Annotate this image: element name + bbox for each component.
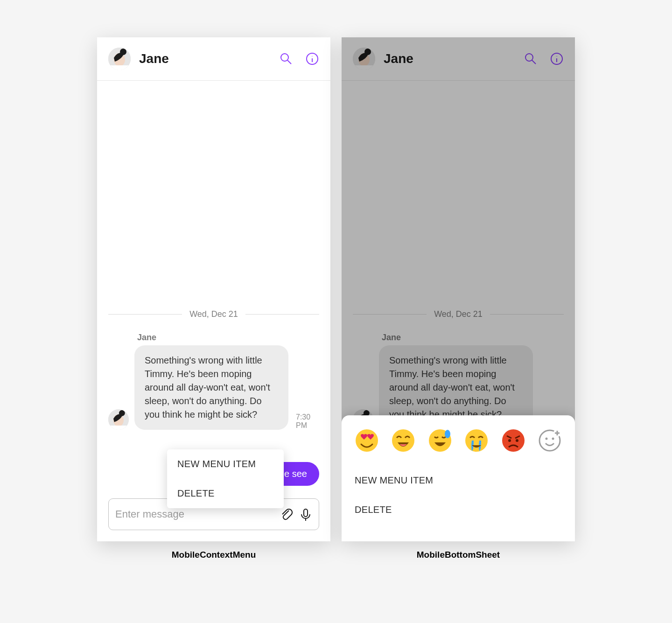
chat-header: Jane bbox=[97, 37, 330, 81]
message-bubble[interactable]: Something's wrong with little Timmy. He'… bbox=[134, 345, 288, 430]
date-separator: Wed, Dec 21 bbox=[97, 309, 330, 319]
microphone-icon[interactable] bbox=[299, 508, 312, 521]
chat-title: Jane bbox=[139, 51, 267, 66]
attachment-icon[interactable] bbox=[280, 508, 293, 521]
bottom-sheet: NEW MENU ITEM DELETE bbox=[342, 415, 575, 541]
reaction-heart-eyes-icon[interactable] bbox=[355, 428, 379, 453]
phone-context-menu: Jane Wed, Dec 21 Jane Something's wrong … bbox=[97, 37, 330, 541]
context-menu: NEW MENU ITEM DELETE bbox=[167, 449, 284, 508]
caption-left: MobileContextMenu bbox=[97, 550, 330, 560]
avatar[interactable] bbox=[108, 48, 131, 70]
reaction-sweat-smile-icon[interactable] bbox=[428, 428, 452, 453]
reaction-laughing-icon[interactable] bbox=[391, 428, 415, 453]
date-label: Wed, Dec 21 bbox=[189, 309, 238, 319]
sheet-item[interactable]: DELETE bbox=[355, 495, 562, 525]
sheet-item[interactable]: NEW MENU ITEM bbox=[355, 466, 562, 495]
chat-scroll[interactable]: Wed, Dec 21 Jane Something's wrong with … bbox=[97, 81, 330, 498]
reaction-crying-icon[interactable] bbox=[464, 428, 489, 453]
phone-bottom-sheet: Jane Wed, Dec 21 Jane Something's wrong … bbox=[342, 37, 575, 541]
add-reaction-icon[interactable] bbox=[538, 428, 562, 453]
reaction-row bbox=[355, 428, 562, 453]
info-icon[interactable] bbox=[305, 52, 319, 66]
message-time: 7:30 PM bbox=[296, 413, 319, 430]
context-menu-item[interactable]: DELETE bbox=[167, 479, 284, 508]
caption-right: MobileBottomSheet bbox=[342, 550, 575, 560]
message-group: Jane Something's wrong with little Timmy… bbox=[108, 333, 319, 430]
avatar[interactable] bbox=[108, 409, 129, 430]
message-input[interactable] bbox=[115, 508, 273, 520]
search-icon[interactable] bbox=[279, 52, 293, 66]
context-menu-item[interactable]: NEW MENU ITEM bbox=[167, 449, 284, 479]
reaction-angry-icon[interactable] bbox=[501, 428, 525, 453]
message-sender: Jane bbox=[137, 333, 319, 343]
